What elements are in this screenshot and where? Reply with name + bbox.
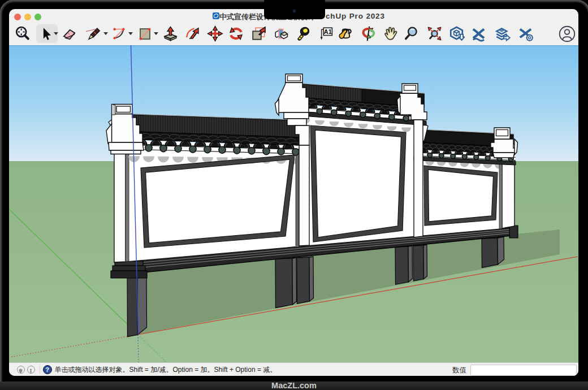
svg-text:A1: A1 (323, 28, 331, 34)
